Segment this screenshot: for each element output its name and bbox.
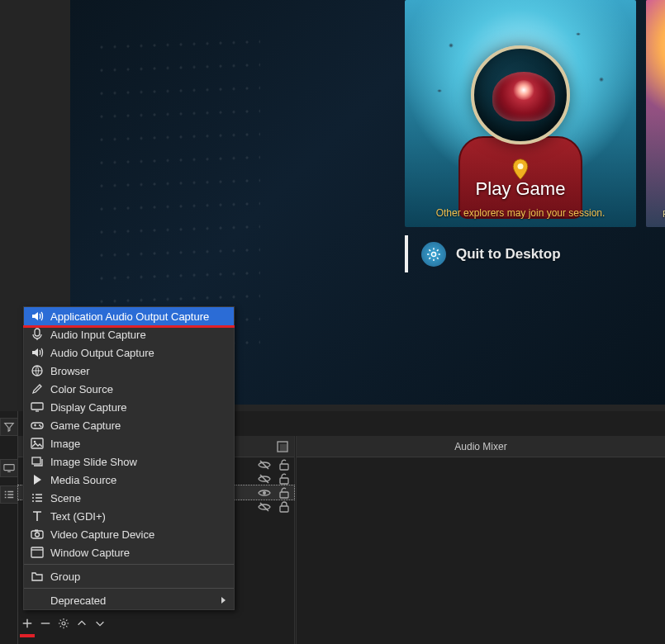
menu-item-image-slide-show[interactable]: Image Slide Show <box>24 452 234 471</box>
menu-item-label: Deprecated <box>50 594 221 607</box>
menu-item-label: Text (GDI+) <box>50 510 226 523</box>
speaker-icon <box>31 310 44 323</box>
menu-item-label: Browser <box>50 365 226 377</box>
menu-item-game-capture[interactable]: Game Capture <box>24 416 234 434</box>
lock-toggle-icon[interactable] <box>278 458 291 471</box>
move-up-button[interactable] <box>73 614 91 632</box>
menu-item-label: Scene <box>50 492 226 504</box>
add-source-context-menu[interactable]: Application Audio Output CaptureAudio In… <box>23 306 235 610</box>
play-icon <box>31 473 44 486</box>
image-icon <box>31 437 44 450</box>
camera-icon <box>31 528 44 541</box>
side-tab-strip <box>0 411 18 644</box>
menu-item-label: Audio Input Capture <box>50 329 226 341</box>
menu-separator <box>24 564 234 565</box>
red-highlight-plus <box>20 634 35 637</box>
quit-label: Quit to Desktop <box>456 246 561 263</box>
menu-item-color-source[interactable]: Color Source <box>24 380 234 398</box>
folder-icon <box>31 570 44 583</box>
globe-icon <box>31 364 44 377</box>
menu-item-label: Display Capture <box>50 401 226 414</box>
menu-item-deprecated[interactable]: Deprecated <box>24 591 234 609</box>
source-settings-button[interactable] <box>55 614 73 632</box>
gear-icon <box>421 242 446 267</box>
menu-item-audio-output-capture[interactable]: Audio Output Capture <box>24 343 234 362</box>
visibility-toggle-icon[interactable] <box>258 500 271 514</box>
quit-to-desktop-row: Quit to Desktop <box>405 235 665 272</box>
side-tab-filter[interactable] <box>0 418 18 436</box>
menu-item-display-capture[interactable]: Display Capture <box>24 398 234 416</box>
lock-toggle-icon[interactable] <box>278 500 291 514</box>
menu-item-label: Audio Output Capture <box>50 347 226 359</box>
menu-separator <box>24 588 234 589</box>
remove-source-button[interactable] <box>36 614 55 632</box>
menu-item-label: Group <box>50 571 226 583</box>
astronaut-helmet <box>471 45 570 144</box>
card-subtitle: Other explorers may join your session. <box>405 207 636 219</box>
mic-icon <box>31 328 44 341</box>
menu-item-text-gdi-[interactable]: Text (GDI+) <box>24 507 234 525</box>
menu-item-label: Media Source <box>50 474 226 486</box>
menu-item-audio-input-capture[interactable]: Audio Input Capture <box>24 325 234 343</box>
menu-item-image[interactable]: Image <box>24 434 234 452</box>
sources-toolbar <box>18 613 109 634</box>
audio-mixer-panel: Audio Mixer <box>296 436 665 644</box>
side-tab-list[interactable] <box>0 485 18 504</box>
menu-item-application-audio-output-capture[interactable]: Application Audio Output Capture <box>24 307 234 325</box>
menu-item-video-capture-device[interactable]: Video Capture Device <box>24 525 234 543</box>
game-card-play-game: Play Game Other explorers may join your … <box>405 0 636 227</box>
monitor-icon <box>31 400 44 414</box>
visibility-toggle-icon[interactable] <box>258 458 271 471</box>
brush-icon <box>31 382 44 395</box>
audio-mixer-title: Audio Mixer <box>297 436 665 457</box>
card-title: Play Game <box>405 178 636 200</box>
move-down-button[interactable] <box>91 614 109 632</box>
window-icon <box>31 546 44 559</box>
speaker-icon <box>31 346 44 359</box>
slides-icon <box>31 455 44 468</box>
add-source-button[interactable] <box>18 614 36 632</box>
popout-icon[interactable] <box>276 440 289 453</box>
submenu-arrow-icon <box>221 597 226 604</box>
menu-item-browser[interactable]: Browser <box>24 362 234 380</box>
menu-item-label: Image <box>50 438 226 450</box>
card-subtitle: Play with friends <box>646 209 665 219</box>
card-title: Mu <box>646 178 665 200</box>
menu-item-label: Window Capture <box>50 547 226 559</box>
text-icon <box>31 509 44 523</box>
lock-toggle-icon[interactable] <box>278 486 291 500</box>
menu-item-label: Video Capture Device <box>50 528 226 541</box>
lock-toggle-icon[interactable] <box>278 472 291 485</box>
menu-item-label: Application Audio Output Capture <box>50 310 226 323</box>
side-tab-monitor[interactable] <box>0 459 18 477</box>
red-highlight-underline <box>23 325 235 328</box>
menu-item-label: Color Source <box>50 383 226 395</box>
menu-item-window-capture[interactable]: Window Capture <box>24 543 234 561</box>
menu-item-scene[interactable]: Scene <box>24 489 234 507</box>
menu-item-media-source[interactable]: Media Source <box>24 471 234 489</box>
menu-item-group[interactable]: Group <box>24 567 234 585</box>
menu-item-label: Game Capture <box>50 419 226 432</box>
menu-item-label: Image Slide Show <box>50 456 226 468</box>
game-card-multiplayer: Mu Play with friends <box>646 0 665 227</box>
list-icon <box>31 491 44 504</box>
visibility-toggle-icon[interactable] <box>258 472 271 485</box>
gamepad-icon <box>31 419 44 432</box>
visibility-toggle-icon[interactable] <box>258 486 271 500</box>
